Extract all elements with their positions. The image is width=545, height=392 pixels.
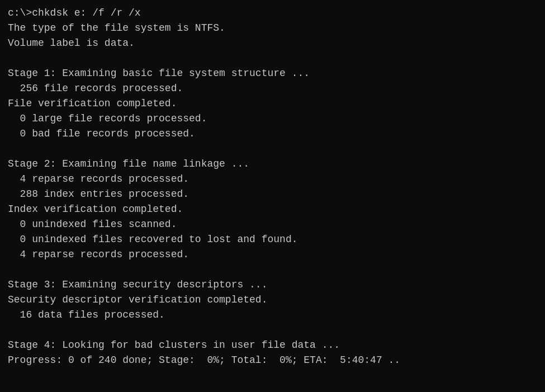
terminal-line-blank2 (8, 141, 537, 157)
terminal-line-stage2-l3: Index verification completed. (8, 202, 537, 217)
terminal-line-line1: The type of the file system is NTFS. (8, 21, 537, 36)
terminal-line-cmd: c:\>chkdsk e: /f /r /x (8, 6, 537, 21)
terminal-line-line2: Volume label is data. (8, 36, 537, 51)
terminal-line-stage4-l1: Progress: 0 of 240 done; Stage: 0%; Tota… (8, 353, 537, 368)
terminal-line-blank4 (8, 323, 537, 338)
terminal-line-stage2-l5: 0 unindexed files recovered to lost and … (8, 232, 537, 247)
terminal-line-stage1-l2: File verification completed. (8, 96, 537, 111)
terminal-line-stage3-l1: Security descriptor verification complet… (8, 292, 537, 308)
terminal-line-stage2-l4: 0 unindexed files scanned. (8, 217, 537, 232)
terminal-line-stage3-header: Stage 3: Examining security descriptors … (8, 277, 537, 292)
terminal-line-stage1-l4: 0 bad file records processed. (8, 126, 537, 141)
terminal-line-stage3-l2: 16 data files processed. (8, 308, 537, 323)
terminal-line-stage4-header: Stage 4: Looking for bad clusters in use… (8, 338, 537, 353)
terminal-line-stage2-header: Stage 2: Examining file name linkage ... (8, 157, 537, 172)
terminal-line-blank3 (8, 262, 537, 277)
terminal-line-stage2-l2: 288 index entries processed. (8, 187, 537, 202)
terminal-line-blank1 (8, 51, 537, 66)
terminal-window: c:\>chkdsk e: /f /r /xThe type of the fi… (8, 6, 537, 368)
terminal-line-stage1-header: Stage 1: Examining basic file system str… (8, 66, 537, 81)
terminal-line-stage2-l6: 4 reparse records processed. (8, 247, 537, 262)
terminal-line-stage1-l1: 256 file records processed. (8, 81, 537, 96)
terminal-line-stage2-l1: 4 reparse records processed. (8, 172, 537, 187)
terminal-line-stage1-l3: 0 large file records processed. (8, 111, 537, 126)
